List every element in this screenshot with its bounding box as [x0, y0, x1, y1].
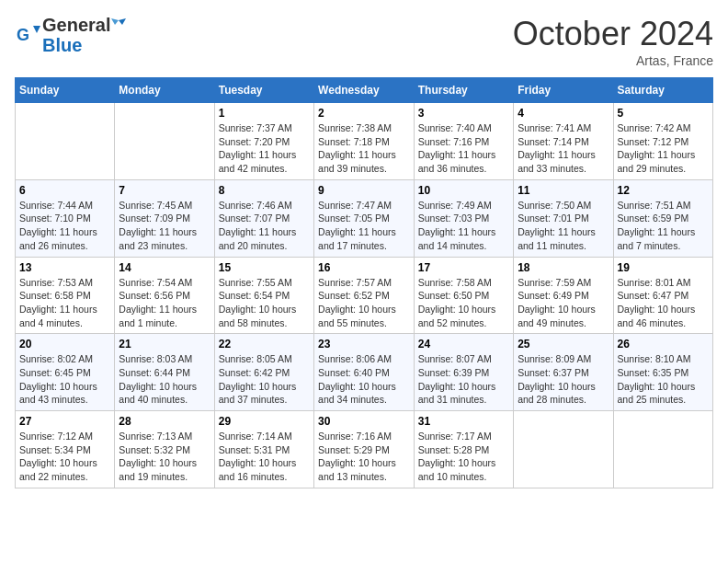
- calendar-week-1: 1Sunrise: 7:37 AM Sunset: 7:20 PM Daylig…: [16, 103, 713, 180]
- day-number: 4: [518, 107, 609, 120]
- day-info: Sunrise: 7:16 AM Sunset: 5:29 PM Dayligh…: [318, 430, 410, 484]
- column-header-saturday: Saturday: [613, 78, 713, 103]
- day-number: 27: [19, 415, 110, 428]
- logo-general: General: [42, 15, 110, 35]
- calendar-week-2: 6Sunrise: 7:44 AM Sunset: 7:10 PM Daylig…: [16, 179, 713, 257]
- day-number: 28: [119, 415, 210, 428]
- calendar-week-3: 13Sunrise: 7:53 AM Sunset: 6:58 PM Dayli…: [16, 257, 713, 334]
- day-number: 25: [518, 338, 609, 350]
- day-number: 26: [618, 338, 710, 350]
- day-info: Sunrise: 7:58 AM Sunset: 6:50 PM Dayligh…: [418, 276, 509, 330]
- svg-marker-2: [119, 18, 126, 25]
- svg-marker-1: [33, 26, 40, 33]
- day-info: Sunrise: 7:40 AM Sunset: 7:16 PM Dayligh…: [418, 121, 509, 176]
- calendar-cell: 12Sunrise: 7:51 AM Sunset: 6:59 PM Dayli…: [613, 179, 713, 257]
- day-number: 3: [418, 107, 509, 120]
- day-info: Sunrise: 7:41 AM Sunset: 7:14 PM Dayligh…: [518, 121, 609, 176]
- calendar-cell: 27Sunrise: 7:12 AM Sunset: 5:34 PM Dayli…: [16, 411, 115, 488]
- calendar-cell: 14Sunrise: 7:54 AM Sunset: 6:56 PM Dayli…: [115, 257, 214, 334]
- calendar-week-5: 27Sunrise: 7:12 AM Sunset: 5:34 PM Dayli…: [16, 411, 713, 488]
- calendar-cell: 10Sunrise: 7:49 AM Sunset: 7:03 PM Dayli…: [414, 179, 513, 257]
- day-number: 16: [318, 261, 410, 274]
- calendar-cell: 26Sunrise: 8:10 AM Sunset: 6:35 PM Dayli…: [613, 334, 713, 411]
- day-info: Sunrise: 7:13 AM Sunset: 5:32 PM Dayligh…: [119, 430, 210, 484]
- day-info: Sunrise: 7:47 AM Sunset: 7:05 PM Dayligh…: [318, 199, 410, 253]
- calendar-cell: 8Sunrise: 7:46 AM Sunset: 7:07 PM Daylig…: [214, 179, 313, 257]
- column-header-thursday: Thursday: [414, 78, 513, 103]
- calendar-cell: 9Sunrise: 7:47 AM Sunset: 7:05 PM Daylig…: [314, 179, 415, 257]
- day-number: 30: [318, 415, 410, 428]
- title-block: October 2024 Artas, France: [513, 15, 713, 68]
- calendar-cell: 22Sunrise: 8:05 AM Sunset: 6:42 PM Dayli…: [214, 334, 313, 411]
- day-info: Sunrise: 7:55 AM Sunset: 6:54 PM Dayligh…: [219, 276, 310, 330]
- day-info: Sunrise: 8:01 AM Sunset: 6:47 PM Dayligh…: [618, 276, 710, 330]
- day-info: Sunrise: 7:46 AM Sunset: 7:07 PM Dayligh…: [219, 199, 310, 253]
- calendar-table: SundayMondayTuesdayWednesdayThursdayFrid…: [15, 77, 713, 488]
- calendar-cell: 30Sunrise: 7:16 AM Sunset: 5:29 PM Dayli…: [314, 411, 415, 488]
- calendar-cell: [16, 103, 115, 180]
- calendar-cell: 5Sunrise: 7:42 AM Sunset: 7:12 PM Daylig…: [613, 103, 713, 180]
- calendar-cell: 1Sunrise: 7:37 AM Sunset: 7:20 PM Daylig…: [214, 103, 313, 180]
- calendar-cell: 21Sunrise: 8:03 AM Sunset: 6:44 PM Dayli…: [115, 334, 214, 411]
- svg-text:G: G: [17, 26, 29, 44]
- day-info: Sunrise: 8:07 AM Sunset: 6:39 PM Dayligh…: [418, 352, 509, 407]
- day-number: 5: [618, 107, 710, 120]
- day-number: 8: [219, 184, 310, 197]
- calendar-cell: 17Sunrise: 7:58 AM Sunset: 6:50 PM Dayli…: [414, 257, 513, 334]
- day-info: Sunrise: 7:37 AM Sunset: 7:20 PM Dayligh…: [219, 121, 310, 176]
- svg-marker-3: [111, 18, 119, 25]
- calendar-cell: 28Sunrise: 7:13 AM Sunset: 5:32 PM Dayli…: [115, 411, 214, 488]
- day-info: Sunrise: 7:45 AM Sunset: 7:09 PM Dayligh…: [119, 199, 210, 253]
- day-info: Sunrise: 8:02 AM Sunset: 6:45 PM Dayligh…: [19, 352, 110, 407]
- day-info: Sunrise: 7:50 AM Sunset: 7:01 PM Dayligh…: [518, 199, 609, 253]
- day-info: Sunrise: 8:05 AM Sunset: 6:42 PM Dayligh…: [219, 352, 310, 407]
- calendar-cell: [613, 411, 713, 488]
- calendar-cell: 20Sunrise: 8:02 AM Sunset: 6:45 PM Dayli…: [16, 334, 115, 411]
- column-header-wednesday: Wednesday: [314, 78, 415, 103]
- day-number: 1: [219, 107, 310, 120]
- day-number: 31: [418, 415, 509, 428]
- logo-bird-icon: [111, 18, 126, 31]
- calendar-cell: 6Sunrise: 7:44 AM Sunset: 7:10 PM Daylig…: [16, 179, 115, 257]
- day-number: 17: [418, 261, 509, 274]
- day-number: 7: [119, 184, 210, 197]
- calendar-cell: 24Sunrise: 8:07 AM Sunset: 6:39 PM Dayli…: [414, 334, 513, 411]
- logo-blue: Blue: [42, 35, 127, 55]
- calendar-cell: 4Sunrise: 7:41 AM Sunset: 7:14 PM Daylig…: [514, 103, 613, 180]
- page-header: G General Blue October 2024 Artas, Franc…: [15, 15, 713, 68]
- day-number: 15: [219, 261, 310, 274]
- day-number: 6: [19, 184, 110, 197]
- day-number: 21: [119, 338, 210, 350]
- day-info: Sunrise: 7:38 AM Sunset: 7:18 PM Dayligh…: [318, 121, 410, 176]
- day-number: 23: [318, 338, 410, 350]
- day-info: Sunrise: 7:54 AM Sunset: 6:56 PM Dayligh…: [119, 276, 210, 330]
- day-number: 12: [618, 184, 710, 197]
- day-info: Sunrise: 7:51 AM Sunset: 6:59 PM Dayligh…: [618, 199, 710, 253]
- calendar-week-4: 20Sunrise: 8:02 AM Sunset: 6:45 PM Dayli…: [16, 334, 713, 411]
- day-info: Sunrise: 8:06 AM Sunset: 6:40 PM Dayligh…: [318, 352, 410, 407]
- day-number: 2: [318, 107, 410, 120]
- day-number: 18: [518, 261, 609, 274]
- month-title: October 2024: [513, 15, 713, 53]
- column-header-monday: Monday: [115, 78, 214, 103]
- location: Artas, France: [513, 53, 713, 68]
- day-info: Sunrise: 7:14 AM Sunset: 5:31 PM Dayligh…: [219, 430, 310, 484]
- day-info: Sunrise: 8:03 AM Sunset: 6:44 PM Dayligh…: [119, 352, 210, 407]
- calendar-cell: 19Sunrise: 8:01 AM Sunset: 6:47 PM Dayli…: [613, 257, 713, 334]
- day-number: 19: [618, 261, 710, 274]
- column-header-sunday: Sunday: [16, 78, 115, 103]
- logo: G General Blue: [15, 15, 127, 55]
- calendar-cell: 16Sunrise: 7:57 AM Sunset: 6:52 PM Dayli…: [314, 257, 415, 334]
- calendar-cell: 31Sunrise: 7:17 AM Sunset: 5:28 PM Dayli…: [414, 411, 513, 488]
- day-info: Sunrise: 7:12 AM Sunset: 5:34 PM Dayligh…: [19, 430, 110, 484]
- day-info: Sunrise: 8:10 AM Sunset: 6:35 PM Dayligh…: [618, 352, 710, 407]
- calendar-cell: 11Sunrise: 7:50 AM Sunset: 7:01 PM Dayli…: [514, 179, 613, 257]
- column-header-friday: Friday: [514, 78, 613, 103]
- calendar-cell: 29Sunrise: 7:14 AM Sunset: 5:31 PM Dayli…: [214, 411, 313, 488]
- day-number: 29: [219, 415, 310, 428]
- header-row: SundayMondayTuesdayWednesdayThursdayFrid…: [16, 78, 713, 103]
- calendar-cell: 18Sunrise: 7:59 AM Sunset: 6:49 PM Dayli…: [514, 257, 613, 334]
- day-number: 14: [119, 261, 210, 274]
- day-number: 13: [19, 261, 110, 274]
- calendar-cell: 25Sunrise: 8:09 AM Sunset: 6:37 PM Dayli…: [514, 334, 613, 411]
